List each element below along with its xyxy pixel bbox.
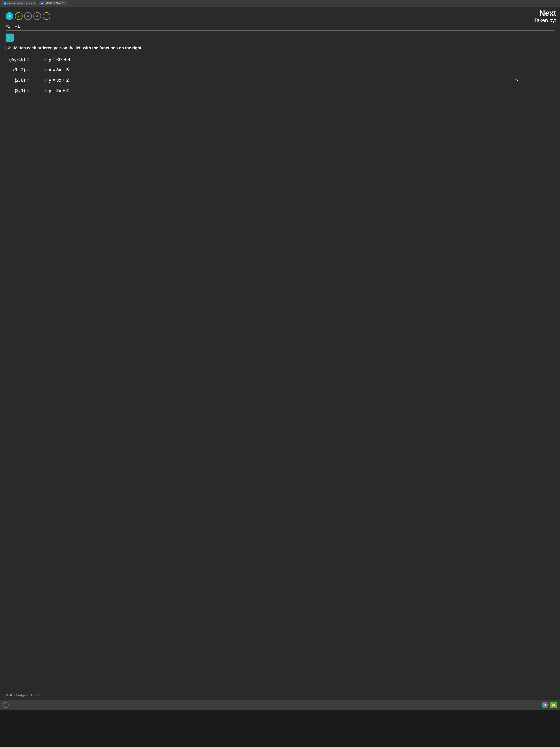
- left-text-3: (2, 8): [15, 78, 25, 83]
- matching-container: (-9, -16) (3, -2) (2, 8) (2, 1) y = -2x …: [9, 57, 555, 93]
- right-dot-3[interactable]: [44, 79, 47, 81]
- tab1-icon: b: [4, 2, 6, 5]
- pencil-icon: ✏: [8, 35, 11, 40]
- tab1-label: comptonusd.net bookmarks: [7, 2, 35, 5]
- left-dot-1[interactable]: [27, 58, 29, 61]
- circle-4[interactable]: 4: [33, 12, 41, 20]
- circle-1[interactable]: 1: [5, 12, 14, 20]
- speaker-icon: 🔊: [7, 46, 11, 50]
- header-divider-line: [5, 30, 555, 31]
- question-circles: 1 2 3 4 5: [5, 12, 555, 20]
- audio-button[interactable]: 🔊: [5, 45, 12, 51]
- left-item-4[interactable]: (2, 1): [9, 88, 29, 93]
- left-text-2: (3, -2): [13, 67, 25, 73]
- circle-3[interactable]: 3: [24, 12, 32, 20]
- question-number: #1: [5, 24, 10, 29]
- circle-2[interactable]: 2: [15, 12, 23, 20]
- right-text-1: y = -2x + 4: [49, 57, 70, 62]
- below-screen: [0, 710, 560, 747]
- right-item-1[interactable]: y = -2x + 4: [44, 57, 70, 62]
- right-column: y = -2x + 4 y = 3x − 5 y = 3x + 2 y = 2x…: [44, 57, 70, 93]
- edit-button[interactable]: ✏: [5, 33, 14, 42]
- left-item-2[interactable]: (3, -2): [9, 67, 29, 73]
- browser-tab-2[interactable]: W 2020-2021 Class S...: [39, 1, 67, 5]
- right-dot-4[interactable]: [44, 89, 47, 92]
- main-content: 1 2 3 4 5 #1 F.1 ✏ 🔊 Match each ordered …: [0, 7, 560, 691]
- right-item-3[interactable]: y = 3x + 2: [44, 78, 70, 83]
- chrome-inner-circle: [544, 704, 546, 706]
- left-item-1[interactable]: (-9, -16): [9, 57, 29, 62]
- right-item-4[interactable]: y = 2x + 2: [44, 88, 70, 93]
- question-header-divider: [12, 24, 12, 29]
- left-text-1: (-9, -16): [9, 57, 25, 62]
- copyright-text: © 2019 Nextgenmath.com: [5, 694, 40, 697]
- left-dot-3[interactable]: [27, 79, 29, 81]
- file-manager-label: 📁: [552, 703, 556, 707]
- right-dot-2[interactable]: [44, 69, 47, 71]
- tab2-icon: W: [41, 2, 43, 5]
- chrome-icon[interactable]: [542, 702, 549, 708]
- taskbar: 📁: [0, 700, 560, 710]
- tab2-label: 2020-2021 Class S...: [44, 2, 65, 5]
- left-text-4: (2, 1): [15, 88, 25, 93]
- left-dot-2[interactable]: [27, 69, 29, 71]
- circle-5[interactable]: 5: [43, 12, 50, 20]
- right-text-2: y = 3x − 5: [49, 67, 69, 73]
- question-header: #1 F.1: [5, 24, 555, 29]
- taskbar-search-button[interactable]: [3, 702, 8, 708]
- footer: © 2019 Nextgenmath.com: [0, 691, 560, 700]
- browser-tab-1[interactable]: b comptonusd.net bookmarks: [2, 1, 36, 5]
- right-text-4: y = 2x + 2: [49, 88, 69, 93]
- taskbar-left: [3, 702, 8, 708]
- file-manager-icon[interactable]: 📁: [550, 702, 557, 708]
- right-dot-1[interactable]: [44, 58, 47, 61]
- left-column: (-9, -16) (3, -2) (2, 8) (2, 1): [9, 57, 29, 93]
- taskbar-right: 📁: [542, 702, 557, 708]
- instruction-text: Match each ordered pair on the left with…: [14, 46, 142, 50]
- browser-bar: b comptonusd.net bookmarks W 2020-2021 C…: [0, 0, 560, 7]
- right-item-2[interactable]: y = 3x − 5: [44, 67, 70, 73]
- right-text-3: y = 3x + 2: [49, 78, 69, 83]
- question-tag: F.1: [14, 24, 20, 29]
- instruction-row: 🔊 Match each ordered pair on the left wi…: [5, 45, 555, 51]
- left-dot-4[interactable]: [27, 89, 29, 92]
- left-item-3[interactable]: (2, 8): [9, 78, 29, 83]
